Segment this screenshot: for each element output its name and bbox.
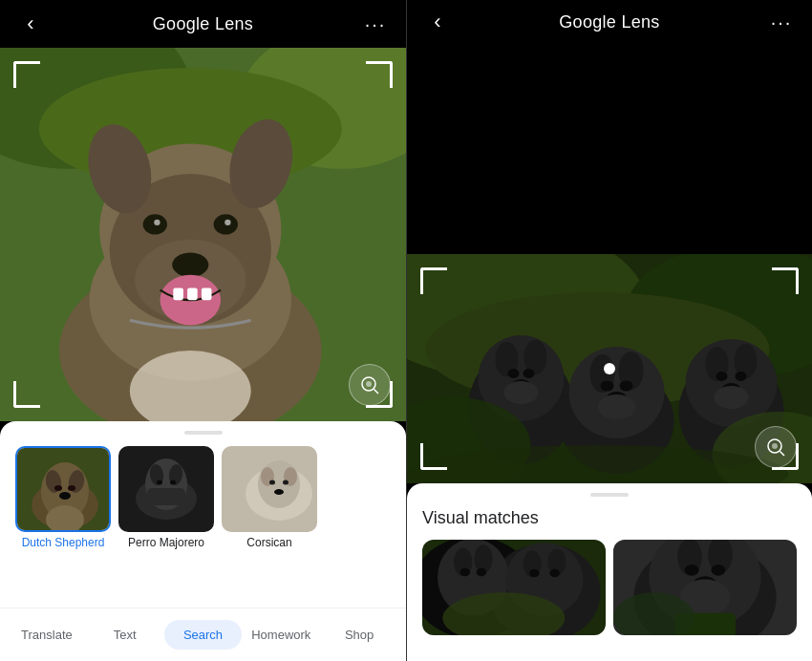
thumbnail-image-2 xyxy=(222,446,317,532)
lens-text-p2: Lens xyxy=(616,12,660,32)
menu-button-p2[interactable]: ··· xyxy=(766,11,797,33)
selection-dot xyxy=(604,363,615,374)
result-card-0[interactable] xyxy=(422,540,606,635)
nav-homework[interactable]: Homework xyxy=(242,620,320,650)
svg-point-49 xyxy=(274,489,284,495)
nav-translate[interactable]: Translate xyxy=(8,620,86,650)
svg-point-58 xyxy=(508,369,520,378)
thumbnail-image-1 xyxy=(118,446,214,532)
svg-point-90 xyxy=(459,568,470,577)
bottom-nav: Translate Text Search Homework Shop xyxy=(0,608,406,661)
nav-text[interactable]: Text xyxy=(86,620,164,650)
bottom-sheet: Dutch Shepherd xyxy=(0,421,406,608)
svg-rect-17 xyxy=(173,288,183,301)
svg-point-29 xyxy=(54,485,62,491)
app-title: Google Lens xyxy=(153,14,253,34)
svg-point-82 xyxy=(772,443,778,449)
sheet-handle-p2 xyxy=(590,493,629,497)
svg-point-48 xyxy=(283,480,288,485)
svg-point-13 xyxy=(154,220,160,225)
panel-gorilla: ‹ Google Lens ··· xyxy=(406,0,812,661)
back-button[interactable]: ‹ xyxy=(15,11,46,36)
svg-point-61 xyxy=(504,381,539,404)
svg-point-104 xyxy=(711,565,725,576)
svg-point-38 xyxy=(157,480,162,485)
result-card-1[interactable] xyxy=(613,540,797,635)
visual-matches-title: Visual matches xyxy=(422,508,797,528)
svg-point-103 xyxy=(685,565,699,576)
visual-matches-section: Visual matches xyxy=(407,508,812,635)
thumbnail-item-0[interactable]: Dutch Shepherd xyxy=(15,446,111,549)
lens-text: Lens xyxy=(210,14,254,33)
svg-line-23 xyxy=(374,390,379,394)
svg-point-95 xyxy=(529,569,540,578)
app-title-p2: Google Lens xyxy=(559,12,659,32)
svg-point-66 xyxy=(601,381,614,392)
bottom-sheet-p2: Visual matches xyxy=(407,483,812,661)
svg-point-67 xyxy=(620,381,633,392)
svg-point-74 xyxy=(716,372,728,381)
svg-rect-18 xyxy=(187,288,198,301)
thumbnail-label-1: Perro Majorero xyxy=(118,536,214,549)
lens-button[interactable] xyxy=(349,364,391,406)
svg-point-39 xyxy=(170,480,176,485)
svg-line-83 xyxy=(780,452,785,457)
thumbnail-image-0 xyxy=(15,446,111,532)
svg-point-91 xyxy=(477,568,487,577)
svg-point-22 xyxy=(366,381,372,387)
panel-dog: ‹ Google Lens ··· xyxy=(0,0,406,661)
svg-point-69 xyxy=(598,394,636,419)
svg-rect-41 xyxy=(147,488,185,505)
google-text: Google xyxy=(153,14,210,33)
back-button-p2[interactable]: ‹ xyxy=(422,10,453,34)
search-label: Search xyxy=(183,628,223,642)
svg-point-96 xyxy=(549,569,560,578)
main-image-area xyxy=(0,48,406,421)
svg-point-30 xyxy=(68,485,75,491)
lens-button-p2[interactable] xyxy=(755,426,797,468)
gorilla-image-area xyxy=(407,254,812,483)
thumbnail-item-2[interactable]: Corsican xyxy=(222,446,317,549)
header: ‹ Google Lens ··· xyxy=(0,0,406,48)
svg-point-75 xyxy=(736,372,747,381)
svg-point-14 xyxy=(224,220,230,225)
menu-button[interactable]: ··· xyxy=(360,13,391,35)
nav-shop[interactable]: Shop xyxy=(320,620,398,650)
text-label: Text xyxy=(114,628,137,642)
thumbnail-label-2: Corsican xyxy=(222,536,317,549)
svg-rect-19 xyxy=(202,288,212,301)
results-grid xyxy=(422,540,797,635)
google-text-p2: Google xyxy=(559,12,616,32)
svg-point-31 xyxy=(59,492,71,500)
dog-photo xyxy=(0,48,406,421)
thumbnail-label-0: Dutch Shepherd xyxy=(15,536,111,549)
sheet-handle xyxy=(184,431,223,435)
black-top xyxy=(407,44,812,254)
shop-label: Shop xyxy=(345,628,374,642)
thumbnail-item-1[interactable]: Perro Majorero xyxy=(118,446,214,549)
homework-label: Homework xyxy=(251,628,310,642)
svg-point-47 xyxy=(269,480,275,485)
svg-point-15 xyxy=(172,253,208,277)
header-p2: ‹ Google Lens ··· xyxy=(407,0,812,44)
svg-point-59 xyxy=(524,369,535,378)
results-thumbnails: Dutch Shepherd xyxy=(0,446,406,549)
translate-label: Translate xyxy=(21,628,73,642)
svg-point-77 xyxy=(715,386,749,409)
nav-search[interactable]: Search xyxy=(164,620,243,650)
